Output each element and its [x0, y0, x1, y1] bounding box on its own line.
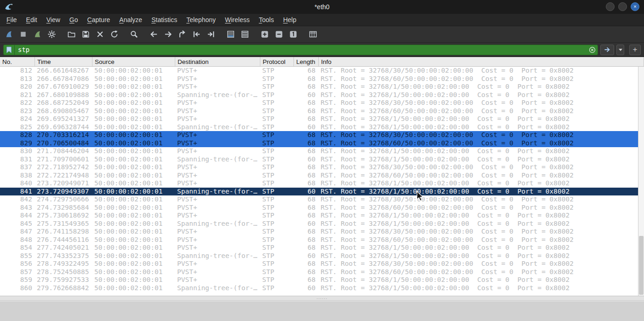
go-to-packet-button[interactable] [175, 28, 190, 41]
packet-row[interactable]: 821267.68010988850:00:00:02:00:01Spannin… [0, 91, 644, 99]
column-header-destination[interactable]: Destination [175, 57, 260, 66]
cell-time: 272.718952742 [35, 163, 92, 172]
menu-file[interactable]: File [2, 15, 22, 25]
cell-length: 68 [294, 139, 319, 148]
add-filter-button[interactable]: + [629, 45, 641, 55]
capture-start-button[interactable] [2, 28, 16, 41]
go-back-button[interactable] [147, 28, 161, 41]
packet-row[interactable]: 843274.73298568450:00:00:02:00:01PVST+ST… [0, 204, 644, 212]
packet-row[interactable]: 825269.69632874450:00:00:02:00:01Spannin… [0, 123, 644, 132]
cell-no: 813 [0, 75, 35, 83]
packet-row[interactable]: 828270.70331621450:00:00:02:00:01PVST+ST… [0, 131, 644, 139]
cell-time: 278.749322495 [35, 260, 92, 268]
packet-row[interactable]: 859279.75992753350:00:00:02:00:01PVST+ST… [0, 276, 644, 284]
vertical-scrollbar[interactable] [638, 67, 644, 296]
capture-stop-icon [19, 30, 28, 39]
cell-no: 859 [0, 276, 35, 284]
find-packet-button[interactable] [127, 28, 141, 41]
cell-length: 68 [294, 83, 319, 91]
cell-length: 60 [294, 188, 319, 196]
column-header-info[interactable]: Info [319, 57, 644, 66]
clear-filter-icon[interactable] [586, 46, 598, 53]
menu-wireless[interactable]: Wireless [220, 15, 254, 25]
close-file-button[interactable] [93, 28, 107, 41]
packet-row[interactable]: 829270.70650048450:00:00:02:00:01PVST+ST… [0, 139, 644, 148]
display-filter-input[interactable] [15, 46, 586, 53]
packet-row[interactable]: 830271.70844620450:00:00:02:00:01PVST+ST… [0, 147, 644, 155]
resize-columns-button[interactable] [306, 28, 320, 41]
cell-protocol: STP [260, 179, 294, 188]
packet-row[interactable]: 840273.72094907150:00:00:02:00:01PVST+ST… [0, 179, 644, 188]
menu-go[interactable]: Go [65, 15, 83, 25]
capture-restart-button[interactable] [30, 28, 45, 41]
previous-packet-button[interactable] [190, 28, 204, 41]
reload-button[interactable] [107, 28, 121, 41]
column-header-length[interactable]: Length [294, 57, 319, 66]
packet-row[interactable]: 813266.66784708650:00:00:02:00:01PVST+ST… [0, 75, 644, 83]
colorize-button[interactable] [238, 28, 252, 41]
menu-tools[interactable]: Tools [254, 15, 279, 25]
column-header-time[interactable]: Time [35, 57, 92, 66]
capture-options-button[interactable] [45, 28, 59, 41]
menu-edit[interactable]: Edit [22, 15, 42, 25]
scrollbar-thumb[interactable] [639, 236, 644, 295]
packet-row[interactable]: 860279.76266884250:00:00:02:00:01Spannin… [0, 284, 644, 292]
maximize-button[interactable] [618, 2, 627, 11]
menu-help[interactable]: Help [278, 15, 301, 25]
column-header-source[interactable]: Source [92, 57, 175, 66]
cell-source: 50:00:00:02:00:01 [92, 244, 175, 252]
packet-row[interactable]: 842274.72975066650:00:00:02:00:01PVST+ST… [0, 195, 644, 204]
go-forward-button[interactable] [161, 28, 175, 41]
cell-destination: PVST+ [175, 228, 260, 236]
packet-row[interactable]: 856278.74932249550:00:00:02:00:01PVST+ST… [0, 260, 644, 268]
apply-filter-button[interactable] [600, 45, 614, 55]
menu-statistics[interactable]: Statistics [147, 15, 182, 25]
cell-length: 68 [294, 107, 319, 115]
menu-view[interactable]: View [42, 15, 65, 25]
packet-row[interactable]: 824269.69524132750:00:00:02:00:01PVST+ST… [0, 115, 644, 123]
next-packet-button[interactable] [204, 28, 218, 41]
menu-analyze[interactable]: Analyze [115, 15, 147, 25]
packet-row[interactable]: 837272.71895274250:00:00:02:00:01PVST+ST… [0, 163, 644, 172]
zoom-original-button[interactable] [286, 28, 300, 41]
cell-destination: Spanning-tree-(for-… [175, 91, 260, 99]
save-file-button[interactable] [79, 28, 93, 41]
packet-row[interactable]: 823268.69080546750:00:00:02:00:01PVST+ST… [0, 107, 644, 115]
packet-row[interactable]: 857278.75245088550:00:00:02:00:01PVST+ST… [0, 268, 644, 276]
menu-capture[interactable]: Capture [83, 15, 115, 25]
zoom-out-button[interactable] [272, 28, 286, 41]
cell-destination: PVST+ [175, 75, 260, 83]
column-header-protocol[interactable]: Protocol [260, 57, 294, 66]
packet-row[interactable]: 841273.72094930750:00:00:02:00:01Spannin… [0, 188, 644, 196]
cell-source: 50:00:00:02:00:01 [92, 155, 175, 164]
column-header-no[interactable]: No. [0, 57, 35, 66]
cell-destination: PVST+ [175, 67, 260, 75]
cell-length: 68 [294, 179, 319, 188]
pane-splitter[interactable]: ······ [0, 296, 644, 301]
packet-row[interactable]: 844275.73061869250:00:00:02:00:01PVST+ST… [0, 212, 644, 220]
packet-row[interactable]: 820267.67691002950:00:00:02:00:01PVST+ST… [0, 83, 644, 91]
zoom-in-button[interactable] [258, 28, 272, 41]
packet-row[interactable]: 855277.74335237550:00:00:02:00:01Spannin… [0, 252, 644, 260]
next-packet-icon [207, 30, 215, 39]
cell-time: 271.709700601 [35, 155, 92, 164]
auto-scroll-button[interactable] [224, 28, 238, 41]
capture-stop-button[interactable] [16, 28, 30, 41]
cell-info: RST. Root = 32768/60/50:00:00:02:00:00 C… [319, 75, 644, 83]
cell-no: 820 [0, 83, 35, 91]
close-button[interactable]: × [631, 2, 639, 11]
filter-bookmark-icon[interactable] [4, 45, 15, 55]
menu-telephony[interactable]: Telephony [182, 15, 220, 25]
packet-row[interactable]: 848276.74445611650:00:00:02:00:01PVST+ST… [0, 236, 644, 244]
filter-dropdown-caret-icon[interactable] [616, 45, 624, 55]
packet-row[interactable]: 847276.74115829850:00:00:02:00:01PVST+ST… [0, 228, 644, 236]
packet-row[interactable]: 854277.74240502150:00:00:02:00:01PVST+ST… [0, 244, 644, 252]
titlebar[interactable]: *eth0 × [0, 0, 644, 14]
packet-row[interactable]: 822268.68725204950:00:00:02:00:01PVST+ST… [0, 99, 644, 107]
minimize-button[interactable] [606, 2, 615, 11]
packet-row[interactable]: 812266.66164826750:00:00:02:00:01PVST+ST… [0, 67, 644, 75]
packet-row[interactable]: 845275.73154936550:00:00:02:00:01Spannin… [0, 220, 644, 228]
packet-row[interactable]: 838272.72217494850:00:00:02:00:01PVST+ST… [0, 172, 644, 180]
open-file-button[interactable] [64, 28, 79, 41]
packet-row[interactable]: 831271.70970060150:00:00:02:00:01Spannin… [0, 155, 644, 164]
